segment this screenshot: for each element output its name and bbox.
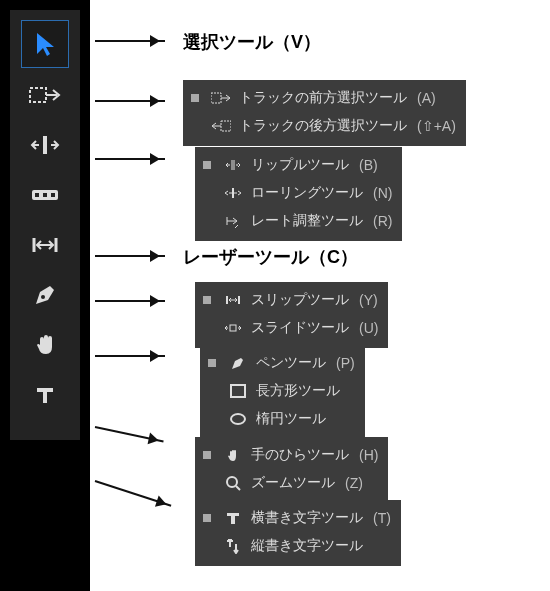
slip-tool[interactable]	[22, 222, 68, 268]
svg-rect-6	[211, 93, 221, 103]
menu-item[interactable]: 縦書き文字ツール	[203, 532, 391, 560]
active-marker	[203, 296, 211, 304]
menu-label: スライドツール	[251, 319, 349, 337]
hand-small-icon	[223, 445, 243, 465]
toolbar	[10, 10, 80, 440]
active-marker	[203, 161, 211, 169]
arrow	[95, 158, 165, 160]
track-select-tool[interactable]	[22, 72, 68, 118]
shortcut: (R)	[373, 213, 392, 229]
track-forward-icon	[29, 83, 61, 107]
menu-label: ローリングツール	[251, 184, 363, 202]
svg-rect-8	[230, 325, 236, 331]
menu-item[interactable]: レート調整ツール (R)	[203, 207, 392, 235]
razor-icon	[30, 184, 60, 206]
shortcut: (T)	[373, 510, 391, 526]
shortcut: (A)	[417, 90, 436, 106]
svg-rect-7	[221, 121, 231, 131]
svg-rect-9	[231, 385, 245, 397]
svg-rect-3	[43, 193, 47, 197]
menu-label: ペンツール	[256, 354, 326, 372]
slip-small-icon	[223, 290, 243, 310]
shortcut: (Y)	[359, 292, 378, 308]
menu-label: スリップツール	[251, 291, 349, 309]
horizontal-text-icon	[223, 508, 243, 528]
slip-icon	[30, 234, 60, 256]
menu-label: 縦書き文字ツール	[251, 537, 363, 555]
zoom-icon	[223, 473, 243, 493]
active-marker	[191, 94, 199, 102]
menu-label: ズームツール	[251, 474, 335, 492]
hand-icon	[32, 332, 58, 358]
menu-label: 楕円ツール	[256, 410, 326, 428]
menu-label: レート調整ツール	[251, 212, 363, 230]
flyout-hand: 手のひらツール (H) ズームツール (Z)	[195, 437, 388, 503]
svg-rect-2	[35, 193, 39, 197]
menu-label: 手のひらツール	[251, 446, 349, 464]
flyout-text: 横書き文字ツール (T) 縦書き文字ツール	[195, 500, 401, 566]
ellipse-icon	[228, 409, 248, 429]
shortcut: (Z)	[345, 475, 363, 491]
shortcut: (P)	[336, 355, 355, 371]
pen-icon	[32, 282, 58, 308]
menu-label: 長方形ツール	[256, 382, 340, 400]
ripple-icon	[30, 133, 60, 157]
menu-item[interactable]: ローリングツール (N)	[203, 179, 392, 207]
menu-item[interactable]: 横書き文字ツール (T)	[203, 504, 391, 532]
menu-label: 横書き文字ツール	[251, 509, 363, 527]
rate-icon	[223, 211, 243, 231]
track-backward-icon	[211, 116, 231, 136]
arrow	[95, 40, 165, 42]
flyout-pen: ペンツール (P) 長方形ツール 楕円ツール	[200, 345, 365, 439]
svg-point-11	[227, 477, 237, 487]
menu-item[interactable]: スライドツール (U)	[203, 314, 378, 342]
shortcut: (H)	[359, 447, 378, 463]
arrow	[95, 255, 165, 257]
razor-label: レーザーツール（C）	[183, 245, 358, 269]
selection-label: 選択ツール（V）	[183, 30, 321, 54]
text-icon	[33, 383, 57, 407]
razor-tool[interactable]	[22, 172, 68, 218]
arrow	[95, 100, 165, 102]
menu-label: トラックの後方選択ツール	[239, 117, 407, 135]
hand-tool[interactable]	[22, 322, 68, 368]
ripple-tool[interactable]	[22, 122, 68, 168]
cursor-icon	[31, 30, 59, 58]
menu-item[interactable]: 楕円ツール	[208, 405, 355, 433]
shortcut: (⇧+A)	[417, 118, 456, 134]
rolling-icon	[223, 183, 243, 203]
menu-item[interactable]: ペンツール (P)	[208, 349, 355, 377]
active-marker	[203, 514, 211, 522]
arrow	[95, 355, 165, 357]
selection-tool[interactable]	[21, 20, 69, 68]
menu-item[interactable]: トラックの前方選択ツール (A)	[191, 84, 456, 112]
rectangle-icon	[228, 381, 248, 401]
menu-item[interactable]: 手のひらツール (H)	[203, 441, 378, 469]
shortcut: (U)	[359, 320, 378, 336]
menu-item[interactable]: 長方形ツール	[208, 377, 355, 405]
text-tool[interactable]	[22, 372, 68, 418]
menu-item[interactable]: ズームツール (Z)	[203, 469, 378, 497]
track-forward-icon	[211, 88, 231, 108]
menu-label: リップルツール	[251, 156, 349, 174]
active-marker	[208, 359, 216, 367]
menu-label: トラックの前方選択ツール	[239, 89, 407, 107]
arrow	[95, 300, 165, 302]
active-marker	[203, 451, 211, 459]
flyout-ripple: リップルツール (B) ローリングツール (N) レート調整ツール (R)	[195, 147, 402, 241]
svg-rect-4	[51, 193, 55, 197]
pen-small-icon	[228, 353, 248, 373]
slide-icon	[223, 318, 243, 338]
flyout-slip: スリップツール (Y) スライドツール (U)	[195, 282, 388, 348]
menu-item[interactable]: トラックの後方選択ツール (⇧+A)	[191, 112, 456, 140]
shortcut: (N)	[373, 185, 392, 201]
svg-point-10	[231, 414, 245, 424]
vertical-text-icon	[223, 536, 243, 556]
svg-point-5	[41, 295, 45, 299]
shortcut: (B)	[359, 157, 378, 173]
menu-item[interactable]: リップルツール (B)	[203, 151, 392, 179]
svg-rect-0	[30, 88, 46, 102]
pen-tool[interactable]	[22, 272, 68, 318]
ripple-small-icon	[223, 155, 243, 175]
menu-item[interactable]: スリップツール (Y)	[203, 286, 378, 314]
